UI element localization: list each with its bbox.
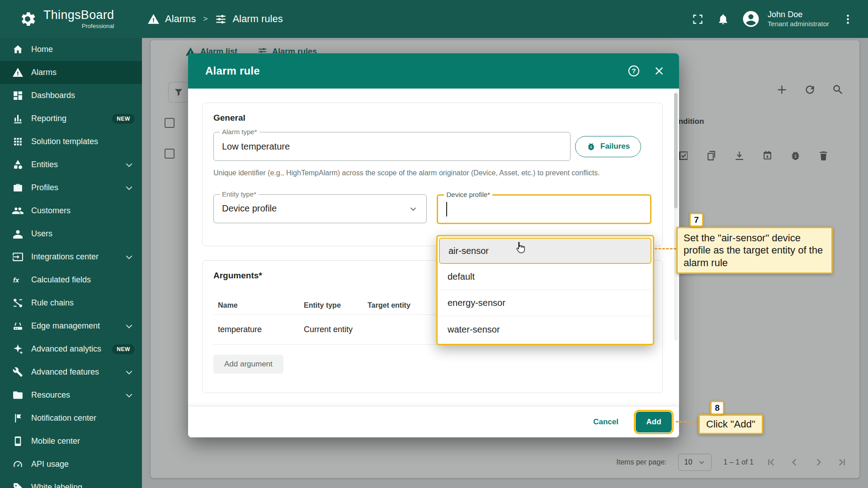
breadcrumb-separator: >	[203, 14, 208, 23]
sidebar-item-users[interactable]: Users	[0, 222, 142, 245]
breadcrumb-item-alarms[interactable]: Alarms	[165, 13, 196, 25]
warning-icon	[12, 67, 24, 78]
phone-icon	[12, 436, 24, 447]
sidebar-item-advanced-features[interactable]: Advanced features	[0, 361, 142, 384]
user-avatar[interactable]	[741, 9, 760, 28]
sidebar-item-label: Users	[31, 229, 135, 239]
person-icon	[12, 228, 24, 239]
sidebar-item-customers[interactable]: Customers	[0, 199, 142, 222]
sidebar-item-label: White labeling	[31, 483, 135, 488]
brand-subtitle: Professional	[43, 23, 114, 29]
option-default[interactable]: default	[439, 264, 651, 290]
kebab-icon	[842, 13, 854, 25]
reporting-icon	[12, 113, 24, 124]
sidebar-item-label: Profiles	[31, 183, 116, 192]
add-button[interactable]: Add	[636, 412, 672, 432]
sidebar-item-label: API usage	[31, 460, 135, 469]
sidebar-item-alarms[interactable]: Alarms	[0, 61, 142, 84]
alarm-type-label: Alarm type*	[220, 128, 259, 136]
sidebar-item-entities[interactable]: Entities	[0, 153, 142, 176]
breadcrumb-item-alarm-rules[interactable]: Alarm rules	[232, 13, 283, 25]
sidebar-item-label: Customers	[31, 206, 135, 216]
dashboards-icon	[12, 90, 24, 101]
sidebar-item-resources[interactable]: Resources	[0, 384, 142, 407]
sidebar-item-label: Advanced features	[31, 367, 116, 377]
sidebar-item-profiles[interactable]: Profiles	[0, 176, 142, 199]
sidebar-item-label: Home	[31, 45, 135, 54]
scrollbar-thumb[interactable]	[674, 93, 678, 208]
step8-callout: Click "Add"	[698, 414, 763, 434]
fullscreen-button[interactable]	[691, 12, 704, 26]
brand: ThingsBoard Professional	[18, 9, 142, 29]
sidebar-item-label: Advanced analytics	[31, 344, 104, 354]
dialog-header: Alarm rule	[188, 53, 679, 89]
cancel-button[interactable]: Cancel	[593, 418, 618, 427]
device-profile-input[interactable]: Device profile*	[437, 194, 651, 224]
breadcrumb: Alarms > Alarm rules	[147, 13, 283, 25]
text-caret	[446, 202, 447, 216]
chevron-down-icon	[123, 366, 135, 378]
chevron-down-icon	[123, 182, 135, 193]
sidebar: Home Alarms Dashboards ReportingNEW Solu…	[0, 38, 142, 488]
rule-chain-icon	[12, 297, 24, 309]
argument-name: temperature	[218, 325, 304, 334]
fullscreen-icon	[692, 13, 704, 25]
device-profile-dropdown: air-sensor default energy-sensor water-s…	[436, 235, 654, 345]
add-argument-button[interactable]: Add argument	[213, 355, 283, 374]
alarm-type-input[interactable]	[222, 141, 562, 152]
sidebar-item-dashboards[interactable]: Dashboards	[0, 84, 142, 107]
sidebar-item-label: Mobile center	[31, 436, 135, 446]
sidebar-item-label: Solution templates	[31, 137, 135, 146]
sidebar-item-api-usage[interactable]: API usage	[0, 453, 142, 476]
sidebar-item-reporting[interactable]: ReportingNEW	[0, 107, 142, 130]
sidebar-item-calculated-fields[interactable]: Calculated fields	[0, 268, 142, 291]
entity-type-value: Device profile	[222, 203, 277, 214]
column-name: Name	[218, 301, 304, 310]
integrations-icon	[12, 251, 24, 263]
chevron-down-icon	[408, 204, 418, 214]
bug-icon	[586, 142, 596, 151]
new-badge: NEW	[112, 114, 135, 124]
chevron-down-icon	[123, 389, 135, 401]
option-air-sensor[interactable]: air-sensor	[439, 238, 651, 264]
bell-icon	[717, 13, 729, 25]
sidebar-item-edge-management[interactable]: Edge management	[0, 314, 142, 338]
sidebar-item-mobile-center[interactable]: Mobile center	[0, 430, 142, 453]
account-circle-icon	[741, 9, 760, 28]
sidebar-item-solution-templates[interactable]: Solution templates	[0, 130, 142, 153]
dialog-scrollbar[interactable]	[674, 92, 678, 341]
sidebar-item-rule-chains[interactable]: Rule chains	[0, 291, 142, 314]
gauge-icon	[12, 459, 24, 470]
step7-connector-line	[655, 248, 676, 249]
help-button[interactable]	[627, 65, 640, 77]
dialog-footer: Cancel Add	[188, 407, 679, 437]
alarm-type-field[interactable]: Alarm type*	[213, 132, 571, 161]
home-icon	[12, 44, 24, 55]
sidebar-item-integrations-center[interactable]: Integrations center	[0, 245, 142, 268]
sidebar-item-label: Calculated fields	[31, 275, 135, 285]
sidebar-item-label: Entities	[31, 160, 116, 169]
sidebar-item-white-labeling[interactable]: White labeling	[0, 476, 142, 488]
sidebar-item-notification-center[interactable]: Notification center	[0, 407, 142, 430]
notifications-button[interactable]	[716, 12, 730, 26]
option-water-sensor[interactable]: water-sensor	[439, 316, 651, 343]
sidebar-item-label: Resources	[31, 390, 116, 400]
device-profile-label: Device profile*	[444, 191, 492, 198]
cursor-pointer	[514, 241, 526, 254]
sidebar-item-label: Rule chains	[31, 298, 135, 308]
header-actions: John Doe Tenant administrator	[691, 9, 854, 28]
close-button[interactable]	[653, 65, 665, 77]
general-section: General Alarm type* Failures Unique iden…	[202, 103, 663, 246]
failures-button[interactable]: Failures	[575, 136, 641, 157]
option-energy-sensor[interactable]: energy-sensor	[439, 290, 651, 316]
sidebar-item-label: Reporting	[31, 114, 104, 123]
sidebar-item-advanced-analytics[interactable]: Advanced analyticsNEW	[0, 338, 142, 361]
fx-icon	[12, 274, 24, 286]
tune-icon	[215, 13, 227, 25]
sidebar-item-home[interactable]: Home	[0, 38, 142, 61]
entity-type-select[interactable]: Entity type* Device profile	[213, 194, 427, 223]
router-icon	[12, 320, 24, 332]
sidebar-item-label: Notification center	[31, 413, 135, 423]
dialog-title: Alarm rule	[205, 65, 260, 77]
more-menu-button[interactable]	[841, 12, 854, 26]
